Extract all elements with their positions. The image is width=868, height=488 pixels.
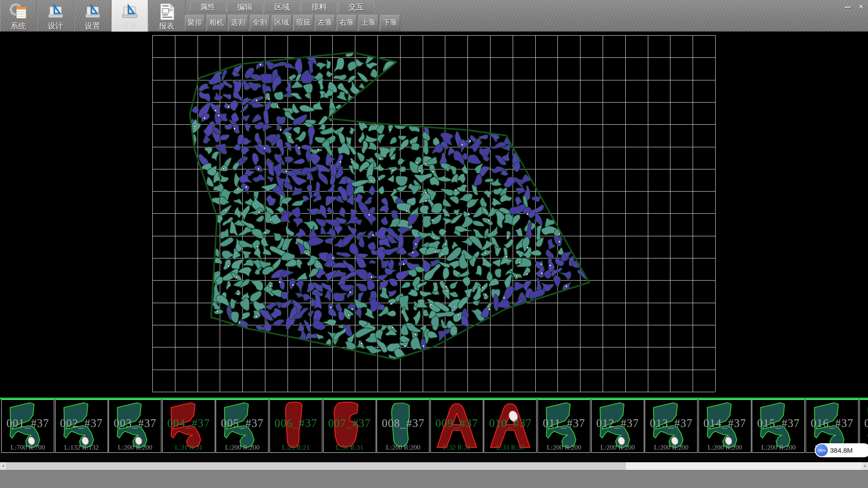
- part-id: 016_#37: [806, 417, 858, 430]
- part-thumbnail-7[interactable]: 007_#37 L:31 R:31: [323, 399, 376, 453]
- tool-buttons: 聚排相机选割全割区域瑕疵左靠右靠上靠下靠: [185, 15, 402, 31]
- part-lr-count: L:200 R:200: [109, 444, 161, 451]
- horizontal-scrollbar[interactable]: ‹ ›: [0, 462, 868, 470]
- minimize-button[interactable]: —: [842, 2, 854, 12]
- part-id: 014_#37: [699, 417, 751, 430]
- part-id: 002_#37: [56, 417, 108, 430]
- part-lr-count: L:31 R:31: [163, 444, 215, 451]
- part-lr-count: L:21 R:21: [270, 444, 322, 451]
- part-id: 013_#37: [645, 417, 697, 430]
- part-id: 011_#37: [538, 417, 590, 430]
- part-thumbnail-6[interactable]: 006_#37 L:21 R:21: [269, 399, 322, 453]
- part-thumbnail-9[interactable]: 009_#37 L:32 R:31: [430, 399, 483, 453]
- toolbutton-7[interactable]: 左靠: [315, 15, 335, 31]
- part-thumbnail-11[interactable]: 011_#37 L:200 R:200: [538, 399, 590, 453]
- part-id: 012_#37: [592, 417, 644, 430]
- tab-5[interactable]: 交互: [338, 1, 374, 13]
- parts-filmstrip: 001_#37 L:700 R:700 002_#37 L:132 R:132 …: [0, 399, 868, 454]
- ribbon-group-2[interactable]: 设计: [37, 0, 74, 32]
- memory-value: 384.8M: [830, 443, 853, 457]
- layout-ruler-icon: [119, 2, 140, 22]
- part-thumbnail-1[interactable]: 001_#37 L:700 R:700: [1, 399, 54, 453]
- part-lr-count: L:200 R:200: [377, 444, 429, 451]
- part-thumbnail-2[interactable]: 002_#37 L:132 R:132: [55, 399, 108, 453]
- part-lr-count: L:700 R:700: [2, 444, 54, 451]
- toolbutton-1[interactable]: 聚排: [185, 15, 205, 31]
- part-id: 015_#37: [752, 417, 804, 430]
- part-id: 004_#37: [163, 417, 215, 430]
- part-lr-count: L:200 R:200: [752, 444, 804, 451]
- part-lr-count: L:31 R:31: [324, 444, 376, 451]
- system-gear-icon: [8, 2, 29, 22]
- memory-progress-pill: 38% 384.8M: [815, 443, 868, 457]
- workspace: [0, 32, 868, 398]
- toolbutton-10[interactable]: 下靠: [380, 15, 400, 31]
- menu-tabs: 属性编辑区域排料交互: [190, 1, 375, 13]
- toolbutton-8[interactable]: 右靠: [337, 15, 357, 31]
- ribbon-group-label: 设计: [48, 22, 63, 31]
- part-lr-count: L:200 R:200: [645, 444, 697, 451]
- part-id: 009_#37: [431, 417, 483, 430]
- toolbutton-6[interactable]: 瑕疵: [293, 15, 313, 31]
- part-lr-count: L:33 R:33: [484, 444, 536, 451]
- part-lr-count: L:32 R:31: [431, 444, 483, 451]
- report-doc-icon: [156, 2, 177, 22]
- design-ruler-icon: [45, 2, 66, 22]
- part-thumbnail-14[interactable]: 014_#37 L:200 R:200: [698, 399, 751, 453]
- part-id: 006_#37: [270, 417, 322, 430]
- tab-2[interactable]: 编辑: [227, 1, 263, 13]
- ribbon-group-label: 设置: [85, 22, 100, 31]
- part-id: 017_#37: [860, 417, 868, 430]
- part-lr-count: L:132 R:132: [56, 444, 108, 451]
- toolbutton-3[interactable]: 选割: [228, 15, 248, 31]
- part-id: 003_#37: [109, 417, 161, 430]
- settings-ruler-icon: [82, 2, 103, 22]
- part-thumbnail-15[interactable]: 015_#37 L:200 R:200: [752, 399, 805, 453]
- toolbutton-2[interactable]: 相机: [207, 15, 226, 31]
- scrollbar-thumb[interactable]: [6, 462, 626, 470]
- part-thumbnail-3[interactable]: 003_#37 L:200 R:200: [108, 399, 161, 453]
- ribbon-group-label: 报表: [159, 22, 175, 31]
- toolbutton-9[interactable]: 上靠: [359, 15, 378, 31]
- toolbutton-4[interactable]: 全割: [250, 15, 270, 31]
- part-thumbnail-4[interactable]: 004_#37 L:31 R:31: [162, 399, 215, 453]
- part-thumbnail-5[interactable]: 005_#37 L:200 R:200: [216, 399, 269, 453]
- part-lr-count: L:200 R:200: [538, 444, 590, 451]
- part-thumbnail-13[interactable]: 013_#37 L:200 R:200: [645, 399, 698, 453]
- part-lr-count: L:200 R:200: [592, 444, 644, 451]
- strip-gap: [0, 454, 868, 462]
- toolbar: 系统设计设置排版报表 属性编辑区域排料交互 聚排相机选割全割区域瑕疵左靠右靠上靠…: [0, 0, 868, 32]
- progress-badge: 38%: [816, 444, 828, 456]
- ribbon-group-1[interactable]: 系统: [0, 0, 37, 32]
- part-thumbnail-8[interactable]: 008_#37 L:200 R:200: [377, 399, 429, 453]
- ribbon-group-4[interactable]: 排版: [111, 0, 148, 32]
- tab-1[interactable]: 属性: [190, 1, 226, 13]
- part-id: 008_#37: [377, 417, 429, 430]
- part-id: 007_#37: [324, 417, 376, 430]
- close-button[interactable]: ✕: [855, 2, 867, 12]
- toolbutton-5[interactable]: 区域: [272, 15, 292, 31]
- tab-3[interactable]: 区域: [264, 1, 300, 13]
- scroll-right-arrow-icon[interactable]: ›: [862, 462, 868, 470]
- ribbon-group-label: 排版: [122, 22, 137, 31]
- ribbon-group-3[interactable]: 设置: [74, 0, 111, 32]
- tab-4[interactable]: 排料: [301, 1, 337, 13]
- part-id: 010_#37: [484, 417, 536, 430]
- part-thumbnail-12[interactable]: 012_#37 L:200 R:200: [591, 399, 644, 453]
- part-thumbnail-10[interactable]: 010_#37 L:33 R:33: [484, 399, 537, 453]
- part-lr-count: L:200 R:200: [216, 444, 268, 451]
- status-bar: [0, 470, 868, 488]
- ribbon-group-5[interactable]: 报表: [148, 0, 185, 32]
- part-id: 005_#37: [216, 417, 268, 430]
- scroll-left-arrow-icon[interactable]: ‹: [0, 462, 6, 470]
- nesting-canvas[interactable]: [0, 32, 868, 398]
- ribbon-group-label: 系统: [11, 22, 26, 31]
- part-id: 001_#37: [2, 417, 54, 430]
- part-lr-count: L:200 R:200: [699, 444, 751, 451]
